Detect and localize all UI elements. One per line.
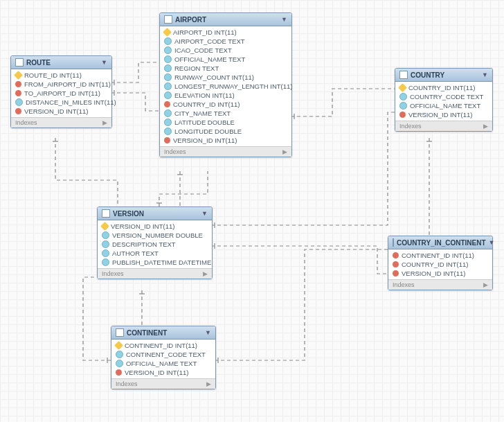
table-icon [164, 15, 172, 24]
table-header[interactable]: VERSION▼ [98, 207, 212, 220]
column-row[interactable]: ICAO_CODE TEXT [160, 46, 291, 55]
column-row[interactable]: ROUTE_ID INT(11) [11, 71, 111, 80]
table-continent[interactable]: CONTINENT▼CONTINENT_ID INT(11)CONTINENT_… [111, 326, 216, 389]
column-row[interactable]: VERSION_ID INT(11) [160, 136, 291, 145]
column-row[interactable]: VERSION_ID INT(11) [111, 368, 215, 377]
column-name: VERSION_ID INT(11) [402, 270, 465, 277]
column-row[interactable]: VERSION_ID INT(11) [98, 222, 212, 231]
indexes-footer[interactable]: Indexes▶ [160, 146, 291, 157]
column-name: VERSION_NUMBER DOUBLE [112, 231, 203, 239]
column-row[interactable]: CONTINENT_ID INT(11) [111, 341, 215, 350]
column-icon [116, 351, 123, 358]
indexes-footer[interactable]: Indexes▶ [111, 378, 215, 389]
column-row[interactable]: AIRPORT_ID INT(11) [160, 28, 291, 37]
column-name: ICAO_CODE TEXT [174, 46, 232, 54]
column-row[interactable]: DESCRIPTION TEXT [98, 240, 212, 249]
column-name: LONGITUDE DOUBLE [174, 128, 242, 135]
table-airport[interactable]: AIRPORT▼AIRPORT_ID INT(11)AIRPORT_CODE T… [159, 12, 292, 157]
collapse-icon[interactable]: ▼ [101, 59, 107, 66]
column-row[interactable]: LONGEST_RUNWAY_LENGTH INT(11) [160, 82, 291, 91]
column-row[interactable]: COUNTRY_ID INT(11) [395, 83, 492, 92]
column-name: LONGEST_RUNWAY_LENGTH INT(11) [174, 82, 293, 90]
column-row[interactable]: AIRPORT_CODE TEXT [160, 37, 291, 46]
collapse-icon[interactable]: ▼ [482, 71, 488, 78]
table-country[interactable]: COUNTRY▼COUNTRY_ID INT(11)COUNTRY_CODE T… [395, 68, 493, 132]
fk-icon [15, 90, 21, 96]
column-row[interactable]: COUNTRY_ID INT(11) [388, 260, 492, 269]
column-row[interactable]: LATITUDE DOUBLE [160, 118, 291, 127]
table-title: AIRPORT [175, 16, 206, 24]
indexes-label: Indexes [393, 281, 415, 288]
collapse-icon[interactable]: ▼ [201, 210, 208, 217]
column-row[interactable]: CITY_NAME TEXT [160, 109, 291, 118]
indexes-footer[interactable]: Indexes▶ [395, 121, 492, 131]
column-row[interactable]: ELEVATION INT(11) [160, 91, 291, 100]
table-icon [399, 71, 408, 79]
column-name: TO_AIRPORT_ID INT(11) [24, 89, 100, 97]
column-icon [164, 109, 172, 117]
column-icon [399, 93, 407, 100]
table-header[interactable]: CONTINENT▼ [111, 326, 215, 340]
column-row[interactable]: VERSION_ID INT(11) [388, 269, 492, 278]
key-icon [398, 83, 407, 92]
collapse-icon[interactable]: ▼ [489, 239, 495, 246]
column-list: AIRPORT_ID INT(11)AIRPORT_CODE TEXTICAO_… [160, 26, 291, 146]
indexes-label: Indexes [116, 380, 138, 387]
column-icon [116, 360, 123, 367]
column-icon [164, 118, 172, 126]
fk-icon [15, 81, 21, 87]
column-name: OFFICIAL_NAME TEXT [174, 55, 245, 63]
column-row[interactable]: COUNTRY_ID INT(11) [160, 100, 291, 109]
column-row[interactable]: FROM_AIRPORT_ID INT(11) [11, 80, 111, 89]
column-icon [164, 37, 172, 45]
column-name: COUNTRY_CODE TEXT [410, 93, 483, 100]
column-row[interactable]: CONTINENT_ID INT(11) [388, 251, 492, 260]
table-version[interactable]: VERSION▼VERSION_ID INT(11)VERSION_NUMBER… [97, 206, 213, 279]
column-row[interactable]: RUNWAY_COUNT INT(11) [160, 73, 291, 82]
chevron-right-icon: ▶ [282, 148, 287, 155]
column-row[interactable]: DISTANCE_IN_MILES INT(11) [11, 98, 111, 107]
column-row[interactable]: VERSION_NUMBER DOUBLE [98, 231, 212, 240]
column-name: OFFICIAL_NAME TEXT [410, 102, 480, 109]
table-header[interactable]: AIRPORT▼ [160, 13, 291, 26]
column-row[interactable]: VERSION_ID INT(11) [395, 110, 492, 119]
column-row[interactable]: LONGITUDE DOUBLE [160, 127, 291, 136]
column-name: CONTINENT_ID INT(11) [402, 252, 474, 259]
collapse-icon[interactable]: ▼ [205, 329, 211, 336]
indexes-label: Indexes [164, 148, 186, 155]
column-row[interactable]: OFFICIAL_NAME TEXT [160, 55, 291, 64]
table-header[interactable]: ROUTE▼ [11, 56, 111, 69]
column-row[interactable]: REGION TEXT [160, 64, 291, 73]
column-row[interactable]: CONTINENT_CODE TEXT [111, 350, 215, 359]
collapse-icon[interactable]: ▼ [281, 16, 287, 23]
indexes-footer[interactable]: Indexes▶ [11, 117, 111, 128]
column-list: CONTINENT_ID INT(11)COUNTRY_ID INT(11)VE… [388, 249, 492, 279]
column-icon [102, 231, 109, 239]
table-icon [102, 209, 110, 218]
table-header[interactable]: COUNTRY_IN_CONTINENT▼ [388, 236, 492, 249]
table-header[interactable]: COUNTRY▼ [395, 69, 492, 82]
table-cic[interactable]: COUNTRY_IN_CONTINENT▼CONTINENT_ID INT(11… [388, 236, 493, 290]
column-icon [164, 55, 172, 63]
column-icon [164, 128, 172, 135]
column-icon [164, 46, 172, 54]
column-row[interactable]: PUBLISH_DATETIME DATETIME [98, 258, 212, 267]
chevron-right-icon: ▶ [203, 270, 208, 277]
fk-icon [164, 137, 170, 143]
indexes-footer[interactable]: Indexes▶ [98, 268, 212, 279]
chevron-right-icon: ▶ [206, 380, 211, 387]
column-name: VERSION_ID INT(11) [111, 222, 174, 230]
column-row[interactable]: VERSION_ID INT(11) [11, 107, 111, 116]
key-icon [163, 28, 172, 37]
column-row[interactable]: AUTHOR TEXT [98, 249, 212, 258]
column-row[interactable]: OFFICIAL_NAME TEXT [395, 101, 492, 110]
indexes-label: Indexes [15, 119, 37, 126]
indexes-footer[interactable]: Indexes▶ [388, 279, 492, 290]
column-row[interactable]: COUNTRY_CODE TEXT [395, 92, 492, 101]
table-route[interactable]: ROUTE▼ROUTE_ID INT(11)FROM_AIRPORT_ID IN… [10, 55, 112, 128]
column-row[interactable]: OFFICIAL_NAME TEXT [111, 359, 215, 368]
fk-icon [399, 112, 406, 118]
column-row[interactable]: TO_AIRPORT_ID INT(11) [11, 89, 111, 98]
chevron-right-icon: ▶ [483, 123, 488, 130]
column-name: PUBLISH_DATETIME DATETIME [112, 258, 211, 266]
